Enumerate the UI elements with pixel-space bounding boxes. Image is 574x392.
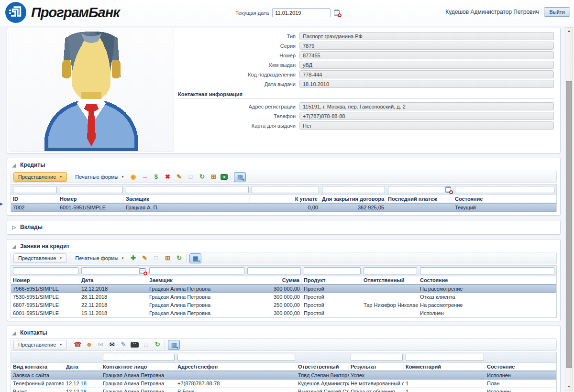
- filter-input[interactable]: [60, 186, 123, 193]
- view-button[interactable]: Представление▼: [13, 340, 67, 349]
- filter-input[interactable]: [351, 354, 403, 361]
- hierarchy-icon[interactable]: ⊞: [209, 173, 218, 181]
- column-header[interactable]: Состояние: [485, 363, 556, 370]
- sms-icon[interactable]: ··: [131, 342, 139, 348]
- current-date-input[interactable]: [272, 8, 331, 17]
- scroll-up-icon[interactable]: [565, 28, 573, 34]
- splitter-arrow-icon[interactable]: [0, 201, 4, 207]
- table-row[interactable]: 7530-5951/SIMPLE28.11.2018Грацкая Алина …: [11, 293, 556, 301]
- filter-input[interactable]: [103, 354, 175, 361]
- refresh-icon[interactable]: ↻: [198, 173, 206, 181]
- column-header[interactable]: Сумма: [245, 276, 302, 284]
- column-header[interactable]: Номер: [58, 195, 124, 203]
- filter-grid-button[interactable]: ▦▼: [189, 253, 201, 263]
- mail-open-icon[interactable]: ✉: [96, 341, 105, 348]
- filter-input[interactable]: [388, 186, 445, 193]
- column-header[interactable]: Вид контакта: [11, 363, 64, 370]
- calendar-clock-icon[interactable]: [445, 186, 452, 193]
- arrow-right-icon[interactable]: →: [140, 173, 149, 181]
- table-row[interactable]: Заявка с сайтаГрацкая Алина ПетровнаТпвд…: [11, 371, 556, 380]
- table-cell: 250 000,00: [245, 301, 302, 309]
- credits-toolbar: Представление▼Печатные формы▼◉→$✖✎□↻⊞X▦▼: [11, 171, 557, 183]
- column-header[interactable]: Комментарий: [404, 363, 485, 370]
- expand-icon[interactable]: [11, 224, 17, 230]
- people-icon[interactable]: ☻: [85, 341, 93, 348]
- column-header[interactable]: Состояние: [418, 276, 556, 284]
- filter-input[interactable]: [322, 186, 385, 193]
- mail-icon[interactable]: ✉: [108, 341, 116, 348]
- filter-input[interactable]: [420, 267, 554, 274]
- column-header[interactable]: Заемщик: [147, 276, 245, 284]
- calendar-clock-icon[interactable]: [334, 9, 341, 16]
- applications-section-header[interactable]: Заявки на кредит: [11, 241, 557, 252]
- brand-name: ПрограмБанк: [31, 5, 120, 21]
- table-row[interactable]: 6001-5951/SIMPLE15.11.2018Грацкая Алина …: [11, 309, 556, 317]
- filter-input[interactable]: [304, 267, 361, 274]
- filter-input[interactable]: [13, 267, 78, 274]
- filter-input[interactable]: [252, 186, 319, 193]
- column-header[interactable]: Заемщик: [124, 195, 250, 203]
- view-button[interactable]: Представление▼: [13, 253, 67, 263]
- checkbox-icon[interactable]: □: [152, 254, 160, 262]
- column-header[interactable]: Состояние: [453, 195, 556, 203]
- table-row[interactable]: 6807-5951/SIMPLE22.11.2018Грацкая Алина …: [11, 301, 556, 309]
- checkbox-icon[interactable]: □: [142, 341, 150, 348]
- filter-input[interactable]: [406, 354, 484, 361]
- filter-input[interactable]: [247, 267, 301, 274]
- column-header[interactable]: Ответственный: [296, 363, 349, 370]
- filter-input[interactable]: [455, 186, 554, 193]
- filter-input[interactable]: [177, 354, 295, 361]
- column-header[interactable]: Дата: [64, 363, 101, 370]
- filter-grid-button[interactable]: ▦▼: [234, 172, 246, 182]
- edit-icon[interactable]: ✎: [175, 173, 183, 181]
- column-header[interactable]: Для закрытия договора: [320, 195, 386, 203]
- table-row[interactable]: 7966-5951/SIMPLE12.12.2018Грацкая Алина …: [11, 284, 556, 293]
- coins-icon[interactable]: ◉: [129, 173, 137, 181]
- table-row[interactable]: Визит12.12.18Грацкая Алина ПетровнаВ Бан…: [11, 388, 556, 392]
- checkbox-icon[interactable]: □: [186, 173, 195, 181]
- filter-input[interactable]: [13, 186, 57, 193]
- dollar-icon[interactable]: $: [152, 173, 160, 181]
- column-header[interactable]: Адрес/телефон: [176, 363, 296, 370]
- refresh-icon[interactable]: ↻: [175, 254, 183, 262]
- edit-icon[interactable]: ✎: [140, 254, 149, 262]
- view-button[interactable]: Представление▼: [13, 172, 67, 182]
- column-header[interactable]: ID: [11, 195, 58, 203]
- collapse-icon[interactable]: [11, 162, 17, 168]
- filter-input[interactable]: [364, 267, 417, 274]
- phone-icon[interactable]: ☎: [73, 341, 82, 348]
- brand: ПрограмБанк: [5, 1, 120, 23]
- column-header[interactable]: Ответственный: [362, 276, 418, 284]
- filter-input[interactable]: [81, 267, 140, 274]
- credits-section-header[interactable]: Кредиты: [11, 160, 557, 171]
- collapse-icon[interactable]: [11, 329, 17, 336]
- table-row[interactable]: Телефонный разговор12.12.18Грацкая Алина…: [11, 380, 556, 388]
- column-header[interactable]: Дата: [79, 276, 147, 284]
- column-header[interactable]: К уплате: [250, 195, 320, 203]
- filter-grid-button[interactable]: ▦▼: [168, 340, 180, 350]
- column-header[interactable]: Последний платеж: [386, 195, 453, 203]
- collapse-icon[interactable]: [11, 243, 17, 250]
- filter-input[interactable]: [126, 186, 249, 193]
- column-header[interactable]: Продукт: [302, 276, 362, 284]
- scrollbar-thumb[interactable]: [566, 81, 572, 368]
- filter-input[interactable]: [149, 267, 244, 274]
- print-forms-button[interactable]: Печатные формы▼: [73, 255, 126, 261]
- calendar-clock-icon[interactable]: [140, 267, 146, 274]
- column-header[interactable]: Результат: [349, 363, 404, 370]
- phone-note-icon[interactable]: ✎: [119, 341, 128, 348]
- deposits-section-header[interactable]: Вклады: [11, 222, 557, 233]
- contacts-section-header[interactable]: Контакты: [11, 327, 557, 338]
- scroll-down-icon[interactable]: [565, 383, 573, 390]
- hierarchy-icon[interactable]: ⊞: [163, 254, 172, 262]
- column-header[interactable]: Контактное лицо: [101, 363, 176, 370]
- vertical-scrollbar[interactable]: [565, 27, 573, 391]
- print-forms-button[interactable]: Печатные формы▼: [73, 174, 126, 180]
- delete-icon[interactable]: ✖: [163, 173, 172, 181]
- refresh-icon[interactable]: ↻: [153, 341, 162, 348]
- table-row[interactable]: 70026001-5951/SIMPLEГрацкая А. П.0,00362…: [11, 203, 556, 212]
- excel-icon[interactable]: X: [221, 174, 228, 180]
- logout-button[interactable]: Выйти: [544, 7, 570, 17]
- column-header[interactable]: Номер: [11, 276, 79, 284]
- add-icon[interactable]: ✚: [129, 254, 137, 262]
